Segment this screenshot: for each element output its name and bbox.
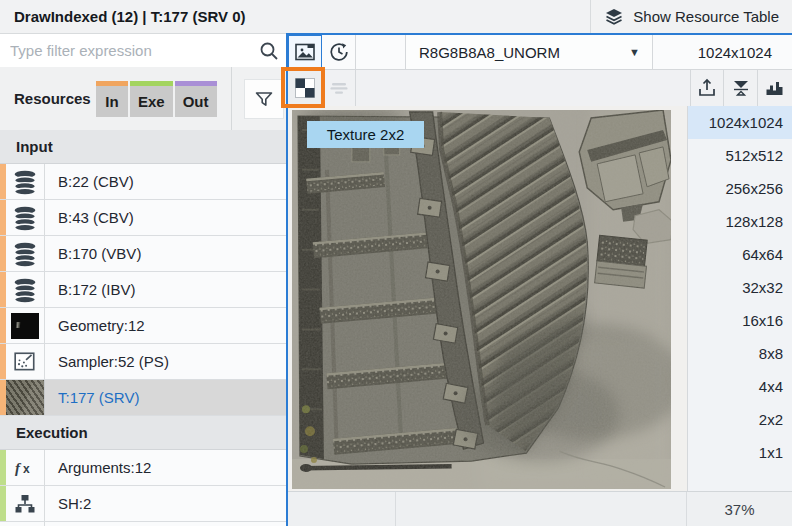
mip-levels-button-disabled (322, 70, 356, 106)
history-button[interactable] (322, 35, 356, 69)
row-label: B:170 (VBV) (45, 236, 141, 271)
mip-item[interactable]: 32x32 (688, 271, 792, 304)
fx-icon: f x (6, 450, 45, 485)
mip-item[interactable]: 64x64 (688, 238, 792, 271)
texture-canvas-area[interactable] (288, 106, 687, 491)
mip-item[interactable]: 512x512 (688, 139, 792, 172)
divider (231, 67, 232, 130)
clock-icon (328, 41, 350, 63)
mip-item[interactable]: 8x8 (688, 337, 792, 370)
viewer-toolbar-top: R8G8B8A8_UNORM ▼ 1024x1024 (288, 35, 792, 70)
image-icon (294, 41, 316, 63)
row-label: Sampler:52 (PS) (45, 344, 169, 379)
mip-item[interactable]: 256x256 (688, 172, 792, 205)
chevron-down-icon: ▼ (629, 46, 652, 58)
checkerboard-background-button[interactable] (288, 70, 322, 106)
stacked-lines-icon (328, 77, 350, 99)
row-label: SH:2 (45, 486, 91, 521)
mip-item[interactable]: 4x4 (688, 370, 792, 403)
flip-vertical-icon (730, 77, 752, 99)
buffer-icon (6, 236, 45, 271)
list-item-b170[interactable]: B:170 (VBV) (0, 236, 286, 272)
upload-icon (696, 77, 718, 99)
display-texture-button[interactable] (288, 35, 322, 69)
viewer-toolbar-second (288, 70, 792, 107)
resources-label: Resources (0, 90, 96, 107)
buffer-icon (6, 272, 45, 307)
list-item-geometry[interactable]: Geometry:12 (0, 308, 286, 344)
toggle-exe[interactable]: Exe (130, 81, 173, 117)
row-label: Arguments:12 (45, 450, 151, 485)
sampler-icon (6, 344, 45, 379)
row-label: Geometry:12 (45, 308, 145, 343)
filter-funnel-button[interactable] (244, 79, 284, 119)
list-item-b43[interactable]: B:43 (CBV) (0, 200, 286, 236)
toggle-in[interactable]: In (96, 81, 128, 117)
resource-list: Input B:22 (CBV) B:43 (CBV) (0, 130, 286, 526)
export-button[interactable] (690, 70, 723, 106)
row-label: B:43 (CBV) (45, 200, 134, 235)
texture-image[interactable] (292, 110, 671, 489)
resources-panel: Resources In Exe Out Input (0, 33, 286, 526)
texture-dimensions-label: 1024x1024 (653, 35, 792, 69)
list-item-sh2[interactable]: SH:2 (0, 486, 286, 522)
show-resource-table-button[interactable]: Show Resource Table (590, 0, 792, 33)
pix-texture-viewer-window: DrawIndexed (12) | T:177 (SRV 0) Show Re… (0, 0, 792, 526)
filter-input[interactable] (0, 42, 252, 59)
status-bar: 37% (288, 491, 792, 526)
row-label: B:172 (IBV) (45, 272, 136, 307)
flip-fit-button[interactable] (723, 70, 757, 106)
search-icon (252, 41, 286, 61)
svg-text:f: f (15, 460, 22, 476)
resources-toolbar: Resources In Exe Out (0, 67, 286, 131)
mip-item[interactable]: 128x128 (688, 205, 792, 238)
section-header-input: Input (0, 130, 286, 164)
list-item-arguments[interactable]: f x Arguments:12 (0, 450, 286, 486)
histogram-icon (764, 77, 786, 99)
table-icon (6, 522, 45, 526)
hierarchy-icon (6, 486, 45, 521)
show-resource-table-label: Show Resource Table (633, 8, 779, 25)
mip-item[interactable]: 1x1 (688, 436, 792, 469)
funnel-icon (253, 88, 275, 110)
tooltip: Texture 2x2 (307, 121, 424, 148)
format-dropdown[interactable]: R8G8B8A8_UNORM ▼ (405, 35, 653, 69)
list-item-partial[interactable] (0, 522, 286, 526)
mip-item[interactable]: 1024x1024 (688, 106, 792, 139)
histogram-button[interactable] (757, 70, 792, 106)
status-cell (396, 492, 686, 526)
row-label: B:22 (CBV) (45, 164, 134, 199)
section-header-execution: Execution (0, 416, 286, 450)
zoom-level: 37% (686, 492, 792, 526)
geometry-thumbnail (6, 308, 45, 343)
mip-item[interactable]: 2x2 (688, 403, 792, 436)
checkerboard-icon (294, 77, 316, 99)
filter-row (0, 33, 286, 68)
buffer-icon (6, 200, 45, 235)
event-title: DrawIndexed (12) | T:177 (SRV 0) (0, 8, 246, 25)
layers-icon (604, 7, 624, 27)
list-item-sampler[interactable]: Sampler:52 (PS) (0, 344, 286, 380)
row-label: T:177 (SRV) (45, 380, 139, 415)
list-item-b22[interactable]: B:22 (CBV) (0, 164, 286, 200)
list-item-b172[interactable]: B:172 (IBV) (0, 272, 286, 308)
status-cell (288, 492, 396, 526)
title-bar: DrawIndexed (12) | T:177 (SRV 0) Show Re… (0, 0, 792, 33)
list-item-t177-selected[interactable]: T:177 (SRV) (0, 380, 286, 416)
mip-level-list: 1024x1024 512x512 256x256 128x128 64x64 … (687, 106, 792, 491)
buffer-icon (6, 164, 45, 199)
mip-item[interactable]: 16x16 (688, 304, 792, 337)
section-label: Input (6, 138, 53, 155)
toggle-out[interactable]: Out (175, 81, 217, 117)
svg-text:x: x (23, 462, 30, 476)
format-value: R8G8B8A8_UNORM (406, 44, 629, 61)
texture-thumbnail (6, 380, 45, 415)
section-label: Execution (6, 424, 88, 441)
texture-viewer-panel: R8G8B8A8_UNORM ▼ 1024x1024 (286, 33, 792, 526)
